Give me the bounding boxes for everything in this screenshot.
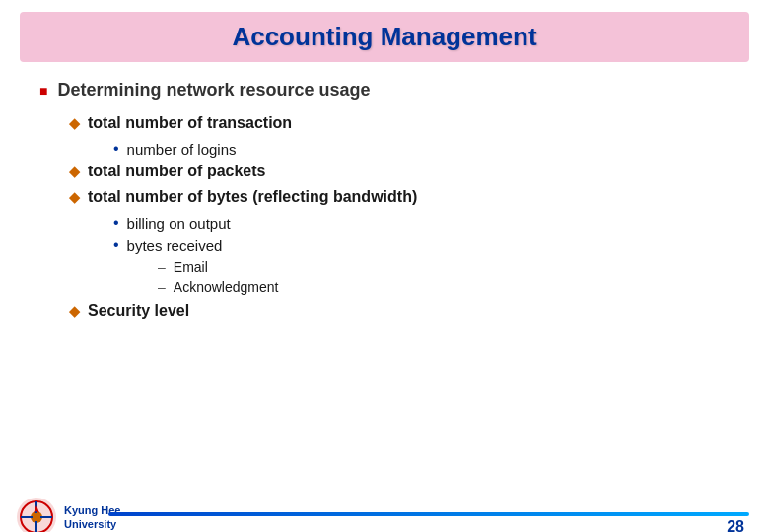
level2-bytes-received-label: bytes received	[127, 237, 223, 254]
level1-bytes-label: total number of bytes (reflecting bandwi…	[88, 188, 417, 206]
slide-content: ■ Determining network resource usage ◆ t…	[0, 80, 769, 320]
level1-packets-label: total number of packets	[88, 163, 265, 180]
diamond-icon-2: ◆	[69, 164, 80, 179]
main-point: ■ Determining network resource usage	[39, 80, 730, 100]
university-name: Kyung Hee University	[64, 503, 120, 532]
bullet-icon-billing: •	[113, 214, 119, 232]
level2-logins: • number of logins	[113, 140, 730, 158]
university-logo	[15, 496, 58, 532]
level1-transaction: ◆ total number of transaction	[69, 114, 730, 132]
dash-icon-email: –	[158, 259, 166, 275]
slide-title: Accounting Management	[39, 22, 730, 52]
page-number: 28	[727, 518, 744, 532]
diamond-icon-4: ◆	[69, 303, 80, 319]
level2-bytes-received: • bytes received	[113, 236, 730, 254]
level2-logins-label: number of logins	[127, 141, 237, 158]
square-bullet: ■	[39, 83, 47, 99]
level1-security: ◆ Security level	[69, 302, 730, 320]
diamond-icon-3: ◆	[69, 189, 80, 205]
level2-billing-label: billing on output	[127, 215, 231, 232]
bottom-logo-area: Kyung Hee University	[15, 496, 120, 532]
level3-acknowledgment: – Acknowledgment	[158, 279, 730, 295]
diamond-icon-1: ◆	[69, 115, 80, 131]
level1-security-label: Security level	[88, 302, 189, 320]
level3-email: – Email	[158, 259, 730, 275]
dash-icon-ack: –	[158, 279, 166, 295]
slide: Accounting Management ■ Determining netw…	[0, 12, 769, 532]
title-bar: Accounting Management	[20, 12, 749, 62]
bullet-icon-logins: •	[113, 140, 119, 158]
level1-packets: ◆ total number of packets	[69, 163, 730, 180]
university-line2: University	[64, 517, 120, 531]
level3-email-label: Email	[174, 259, 208, 275]
main-point-label: Determining network resource usage	[57, 80, 370, 100]
level1-transaction-label: total number of transaction	[88, 114, 292, 132]
bottom-decorative-line	[108, 512, 749, 516]
level2-billing: • billing on output	[113, 214, 730, 232]
level1-bytes: ◆ total number of bytes (reflecting band…	[69, 188, 730, 206]
bullet-icon-bytes: •	[113, 236, 119, 254]
level3-acknowledgment-label: Acknowledgment	[174, 279, 279, 295]
